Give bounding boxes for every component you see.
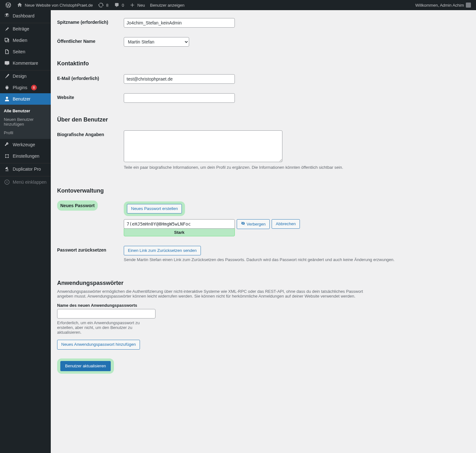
apppw-heading: Anwendungspasswörter: [57, 280, 470, 286]
reset-label: Passwort zurücksetzen: [57, 241, 121, 271]
generate-password-button[interactable]: Neues Passwort erstellen: [127, 204, 182, 213]
new-label: Neu: [137, 3, 145, 8]
contact-heading: Kontaktinfo: [57, 60, 470, 67]
brush-icon: [4, 73, 10, 79]
apppw-description: Anwendungspasswörter ermöglichen die Aut…: [57, 289, 368, 299]
main-content: Spitzname (erforderlich) Öffentlicher Na…: [51, 10, 476, 386]
bio-textarea[interactable]: [124, 130, 282, 162]
users-submenu: Alle Benutzer Neuen Benutzer hinzufügen …: [0, 105, 51, 139]
apppw-name-input[interactable]: [57, 309, 155, 318]
newpw-button-highlight: Neues Passwort erstellen: [124, 201, 185, 216]
apppw-name-description: Erforderlich, um ein Anwendungspasswort …: [57, 320, 146, 335]
menu-posts[interactable]: Beiträge: [0, 23, 51, 35]
hide-password-button[interactable]: Verbergen: [237, 219, 270, 229]
password-strength: Stark: [124, 228, 235, 236]
comments[interactable]: 0: [111, 0, 127, 10]
updates[interactable]: 8: [95, 0, 111, 10]
submenu-new-user[interactable]: Neuen Benutzer hinzufügen: [0, 115, 51, 128]
bio-description: Teile ein paar biografische Informatione…: [124, 165, 466, 170]
avatar-icon: [466, 3, 471, 8]
eye-slash-icon: [241, 221, 245, 227]
settings-icon: [4, 153, 10, 159]
account-heading: Kontoverwaltung: [57, 187, 470, 194]
welcome-text: Willkommen, Admin Achim: [415, 3, 464, 8]
site-name[interactable]: Neue Website von ChristophPraet.de: [14, 0, 95, 10]
update-icon: [98, 2, 104, 8]
account-section: Neues Passwort Neues Passwort erstellen …: [57, 197, 470, 271]
website-label: Website: [57, 89, 121, 108]
menu-collapse[interactable]: Menü einklappen: [0, 176, 51, 188]
website-input[interactable]: [124, 93, 235, 103]
send-reset-link-button[interactable]: Einen Link zum Zurücksetzen senden: [124, 246, 201, 255]
nickname-input[interactable]: [124, 18, 235, 28]
submenu-profile[interactable]: Profil: [0, 128, 51, 137]
view-user[interactable]: Benutzer anzeigen: [148, 0, 187, 10]
add-app-password-button[interactable]: Neues Anwendungspasswort hinzufügen: [57, 340, 140, 349]
contact-section: E-Mail (erforderlich) Website: [57, 69, 470, 108]
newpw-label-highlight: Neues Passwort: [57, 200, 98, 211]
menu-design[interactable]: Design: [0, 70, 51, 82]
wrench-icon: [4, 141, 10, 148]
site-title: Neue Website von ChristophPraet.de: [25, 3, 93, 8]
displayname-label: Öffentlicher Name: [57, 32, 121, 51]
menu-duplicator[interactable]: Duplicator Pro: [0, 163, 51, 175]
updates-count: 8: [106, 3, 108, 8]
comments-count: 0: [122, 3, 124, 8]
dashboard-icon: [4, 13, 10, 19]
wp-logo[interactable]: [3, 0, 14, 10]
menu-media[interactable]: Medien: [0, 35, 51, 46]
name-section: Spitzname (erforderlich) Öffentlicher Na…: [57, 13, 470, 51]
apppw-name-label: Name des neuen Anwendungspassworts: [57, 303, 470, 308]
email-label: E-Mail (erforderlich): [57, 69, 121, 89]
reset-description: Sende Martin Stefan einen Link zum Zurüc…: [124, 257, 466, 262]
user-icon: [4, 96, 10, 102]
update-user-button[interactable]: Benutzer aktualisieren: [60, 361, 111, 371]
menu-dashboard[interactable]: Dashboard: [0, 10, 51, 22]
menu-comments[interactable]: Kommentare: [0, 57, 51, 69]
admin-bar: Neue Website von ChristophPraet.de 8 0 N…: [0, 0, 476, 10]
about-heading: Über den Benutzer: [57, 116, 470, 123]
bio-label: Biografische Angaben: [57, 126, 121, 179]
new-content[interactable]: Neu: [127, 0, 148, 10]
plugins-badge: 8: [31, 85, 37, 90]
plugin-icon: [4, 84, 10, 91]
menu-plugins[interactable]: Plugins 8: [0, 82, 51, 93]
email-input[interactable]: [124, 74, 235, 84]
wordpress-icon: [5, 2, 11, 8]
plus-icon: [129, 2, 136, 8]
collapse-icon: [4, 179, 10, 185]
menu-users[interactable]: Benutzer: [0, 93, 51, 105]
about-section: Biografische Angaben Teile ein paar biog…: [57, 126, 470, 179]
menu-pages[interactable]: Seiten: [0, 46, 51, 57]
admin-sidebar: Dashboard Beiträge Medien Seiten Komment…: [0, 10, 51, 386]
duplicator-icon: [4, 166, 10, 172]
home-icon: [17, 2, 23, 8]
pin-icon: [4, 26, 10, 32]
submit-highlight: Benutzer aktualisieren: [57, 358, 114, 374]
menu-settings[interactable]: Einstellungen: [0, 150, 51, 162]
newpw-label: Neues Passwort: [60, 203, 95, 208]
comment-icon: [114, 2, 120, 8]
my-account[interactable]: Willkommen, Admin Achim: [413, 0, 473, 10]
media-icon: [4, 37, 10, 43]
pages-icon: [4, 49, 10, 55]
nickname-label: Spitzname (erforderlich): [57, 13, 121, 32]
password-input[interactable]: [124, 219, 235, 229]
comment-icon: [4, 60, 10, 66]
cancel-password-button[interactable]: Abbrechen: [272, 219, 300, 229]
submenu-all-users[interactable]: Alle Benutzer: [0, 107, 51, 115]
displayname-select[interactable]: Martin Stefan: [124, 37, 189, 47]
menu-tools[interactable]: Werkzeuge: [0, 139, 51, 150]
